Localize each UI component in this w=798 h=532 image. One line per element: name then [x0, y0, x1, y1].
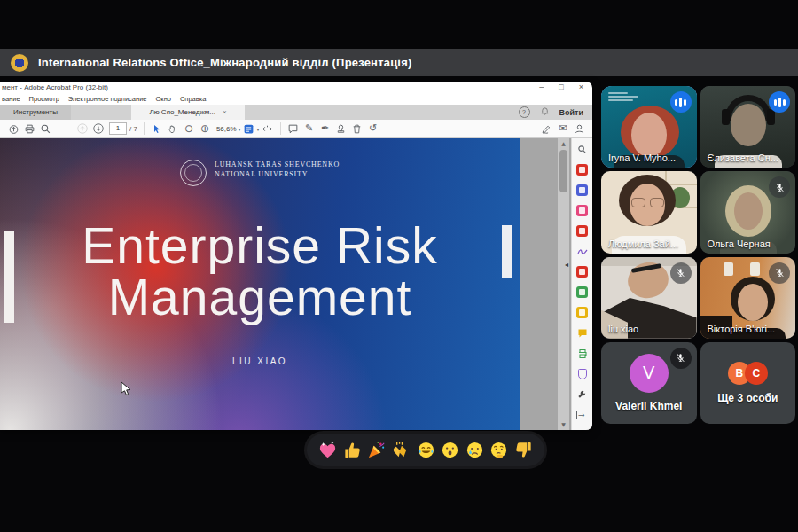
- participant-name: Valerii Khmel: [615, 400, 682, 412]
- more-people-label: Ще 3 особи: [717, 392, 778, 404]
- slide-decoration-bar: [502, 225, 512, 278]
- select-tool-icon[interactable]: [149, 121, 165, 136]
- zoom-level-value[interactable]: 56,6%: [216, 125, 237, 133]
- participant-tile-liuxiao[interactable]: liu xiao: [601, 257, 697, 339]
- menu-item[interactable]: вание: [2, 95, 20, 103]
- notifications-bell-icon[interactable]: [540, 105, 550, 121]
- fill-sign-pen-icon[interactable]: [539, 121, 555, 136]
- page-total-label: / 7: [129, 125, 137, 133]
- scroll-up-icon[interactable]: ▲: [558, 138, 569, 149]
- next-page-icon[interactable]: [90, 121, 106, 136]
- participant-tile-viktoriia[interactable]: Вікторія В'югі...: [700, 257, 796, 339]
- document-scrollbar[interactable]: ▲ ▼: [558, 138, 569, 430]
- scene-shape: [738, 284, 768, 321]
- organize-pages-icon[interactable]: [576, 205, 588, 216]
- tab-document[interactable]: Лю Сяо_Менеджм... ×: [131, 105, 245, 120]
- video-overlay-text: [608, 92, 638, 101]
- comment-tool-icon[interactable]: [576, 327, 588, 339]
- menu-item-view[interactable]: Просмотр: [29, 95, 59, 103]
- delete-trash-icon[interactable]: [349, 121, 365, 136]
- tab-close-icon[interactable]: ×: [223, 108, 227, 116]
- stacked-avatars: B C: [728, 362, 768, 385]
- share-file-icon[interactable]: [5, 121, 21, 136]
- stamp-icon[interactable]: [333, 121, 349, 136]
- scene-shape: [631, 198, 645, 207]
- search-icon[interactable]: [37, 121, 53, 136]
- reaction-clapping-hands-button[interactable]: [391, 440, 411, 460]
- reaction-astonished-face-button[interactable]: [440, 440, 460, 460]
- reaction-thumbs-down-button[interactable]: [513, 440, 534, 460]
- page-view-icon[interactable]: [241, 121, 257, 136]
- university-name-line1: LUHANSK TARAS SHEVCHENKO: [215, 160, 340, 169]
- comment-icon[interactable]: [286, 121, 301, 136]
- participant-tile-valerii[interactable]: V Valerii Khmel: [601, 342, 697, 424]
- window-title: мент - Adobe Acrobat Pro (32-bit): [0, 83, 108, 91]
- menu-item-help[interactable]: Справка: [180, 95, 206, 103]
- search-tool-icon[interactable]: [576, 144, 588, 155]
- mouse-cursor-icon: [121, 381, 131, 399]
- create-pdf-icon[interactable]: [576, 164, 588, 176]
- zoom-out-icon[interactable]: ⊖: [181, 121, 197, 136]
- request-signatures-icon[interactable]: [576, 307, 588, 318]
- scroll-down-icon[interactable]: ▼: [558, 419, 569, 430]
- reaction-thumbs-up-button[interactable]: [342, 440, 363, 460]
- reaction-party-popper-button[interactable]: [366, 440, 387, 460]
- export-excel-icon[interactable]: [576, 286, 588, 298]
- fit-width-icon[interactable]: [260, 121, 276, 136]
- more-tools-icon[interactable]: [576, 388, 588, 400]
- edit-pdf-icon[interactable]: [576, 266, 588, 278]
- collapse-panel-icon[interactable]: ◂: [565, 261, 568, 269]
- protect-shield-icon[interactable]: [576, 368, 588, 379]
- reaction-sparkling-heart-button[interactable]: [317, 440, 338, 460]
- scene-shape: [650, 198, 664, 207]
- scene-shape: [734, 192, 763, 230]
- scene-shape: [722, 109, 730, 125]
- close-button[interactable]: ×: [579, 82, 583, 93]
- participant-tile-yelyzaveta[interactable]: Єлизавета Сн...: [700, 86, 796, 168]
- participant-name: Ольга Черная: [708, 239, 771, 249]
- tab-tools[interactable]: Инструменты: [0, 105, 71, 120]
- participant-grid: Iryna V. Myho... Єлизавета Сн...: [601, 86, 795, 424]
- previous-page-icon[interactable]: [74, 121, 90, 136]
- maximize-button[interactable]: □: [559, 82, 563, 93]
- export-pdf-icon[interactable]: [576, 225, 588, 237]
- menu-item-esign[interactable]: Электронное подписание: [68, 95, 147, 103]
- scrollbar-thumb[interactable]: [559, 150, 567, 192]
- toolbar-separator: [144, 122, 145, 135]
- more-people-tile[interactable]: B C Ще 3 особи: [700, 342, 796, 424]
- participant-tile-liudmyla[interactable]: Людмила Зай...: [601, 171, 697, 253]
- acrobat-menubar: вание Просмотр Электронное подписание Ок…: [0, 93, 592, 105]
- scene-shape: [767, 109, 775, 125]
- menu-item-window[interactable]: Окно: [156, 95, 171, 103]
- account-person-icon[interactable]: [571, 121, 587, 136]
- sign-in-button[interactable]: Войти: [559, 108, 583, 117]
- send-envelope-icon[interactable]: ✉: [555, 121, 571, 136]
- undo-icon[interactable]: ↺: [365, 121, 381, 136]
- print-tool-icon[interactable]: [576, 348, 588, 359]
- zoom-in-icon[interactable]: ⊕: [197, 121, 213, 136]
- reaction-crying-face-button[interactable]: [465, 440, 485, 460]
- mic-off-icon: [670, 262, 692, 284]
- tools-panel: ◂: [571, 138, 592, 430]
- minimize-button[interactable]: –: [539, 82, 544, 93]
- print-icon[interactable]: [21, 121, 37, 136]
- speaking-indicator-icon: [670, 91, 692, 113]
- participant-tile-iryna[interactable]: Iryna V. Myho...: [601, 86, 697, 168]
- speaking-indicator-icon: [769, 91, 790, 113]
- pdf-slide-page: LUHANSK TARAS SHEVCHENKO NATIONAL UNIVER…: [0, 138, 520, 430]
- fill-sign-tool-icon[interactable]: [576, 246, 588, 257]
- expand-panel-icon[interactable]: →: [576, 411, 585, 419]
- acrobat-window: мент - Adobe Acrobat Pro (32-bit) – □ × …: [0, 82, 592, 430]
- help-icon[interactable]: ?: [519, 106, 530, 118]
- participant-tile-olha[interactable]: Ольга Черная: [700, 171, 796, 253]
- hand-tool-icon[interactable]: [165, 121, 181, 136]
- page-number-input[interactable]: 1: [109, 122, 127, 135]
- reaction-joy-face-button[interactable]: [416, 440, 436, 460]
- university-emblem-icon: [11, 54, 28, 72]
- combine-files-icon[interactable]: [576, 184, 588, 196]
- reaction-thinking-face-button[interactable]: [489, 440, 509, 460]
- pencil-annotate-icon[interactable]: ✎: [301, 121, 317, 136]
- reactions-bar: [307, 434, 544, 466]
- signature-icon[interactable]: ✒: [317, 121, 333, 136]
- meet-header: International Relations Office_Міжнародн…: [0, 49, 798, 76]
